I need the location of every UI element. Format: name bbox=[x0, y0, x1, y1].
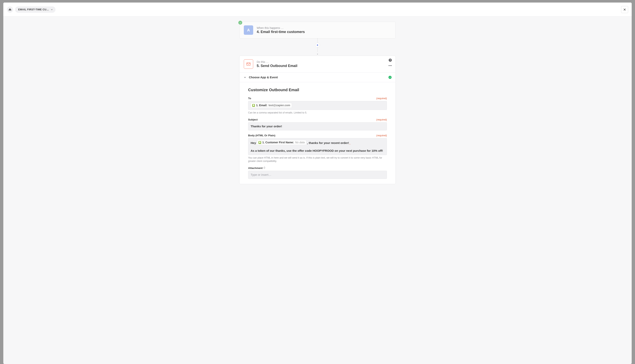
paperclip-icon bbox=[263, 166, 266, 170]
step-connector: + bbox=[315, 38, 320, 56]
field-subject-label: Subject bbox=[248, 118, 258, 121]
trigger-hint: When this happens … bbox=[257, 26, 305, 30]
field-subject-required: (required) bbox=[376, 118, 387, 121]
body-line1-pre: Hey bbox=[251, 141, 256, 144]
status-check-icon bbox=[238, 21, 242, 24]
body-line2: As a token of our thanks, use the offer … bbox=[251, 148, 384, 153]
field-body-label: Body (HTML Or Plain) bbox=[248, 134, 275, 137]
text-cursor: _ bbox=[349, 141, 351, 144]
field-to-label: To bbox=[248, 97, 251, 100]
body-help: You can place HTML in here and we will s… bbox=[248, 156, 387, 163]
to-token-pill[interactable]: 1. Email: test@zapier.com bbox=[251, 103, 292, 108]
field-body: Body (HTML Or Plain) (required) Hey 1. C… bbox=[248, 134, 387, 163]
chevron-down-icon bbox=[51, 8, 53, 11]
section-label: Choose App & Event bbox=[249, 76, 278, 79]
field-attachment: Attachment Type or insert… bbox=[248, 166, 387, 179]
trigger-app-icon: A bbox=[244, 26, 253, 35]
home-button[interactable] bbox=[7, 6, 13, 13]
body-pill-label: 1. Customer First Name: bbox=[262, 140, 294, 144]
to-pill-value: test@zapier.com bbox=[269, 103, 290, 108]
breadcrumb-pill[interactable]: EMAIL FIRST-TIME CU… bbox=[15, 6, 56, 13]
field-to: To (required) 1. Email: test@zapier.com … bbox=[248, 97, 387, 115]
editor-modal: EMAIL FIRST-TIME CU… A When this bbox=[3, 2, 632, 364]
body-input[interactable]: Hey 1. Customer First Name: No data , th… bbox=[248, 138, 387, 155]
trigger-badge-letter: A bbox=[247, 28, 250, 32]
add-step-button[interactable]: + bbox=[315, 43, 320, 48]
arrow-down-icon bbox=[317, 52, 318, 56]
action-step: Do this … 5. Send Outbound Email ? ••• C… bbox=[239, 56, 396, 184]
attachment-placeholder: Type or insert… bbox=[251, 173, 271, 176]
more-menu-button[interactable]: ••• bbox=[388, 64, 392, 67]
field-subject: Subject (required) Thanks for your order… bbox=[248, 118, 387, 131]
body-pill-value: No data bbox=[295, 140, 305, 144]
to-help: Can be a comma separated list of emails.… bbox=[248, 111, 387, 115]
form-title: Customize Outbound Email bbox=[248, 88, 387, 92]
breadcrumb-label: EMAIL FIRST-TIME CU… bbox=[18, 8, 49, 11]
customize-form: Customize Outbound Email To (required) 1… bbox=[240, 82, 395, 184]
trigger-title: 4. Email first-time customers bbox=[257, 30, 305, 34]
close-button[interactable] bbox=[621, 6, 628, 13]
subject-input[interactable]: Thanks for your order! bbox=[248, 122, 387, 131]
mail-icon bbox=[246, 62, 251, 66]
field-body-required: (required) bbox=[376, 134, 387, 137]
close-icon bbox=[623, 8, 626, 11]
help-icon[interactable]: ? bbox=[389, 58, 392, 62]
shopify-icon bbox=[259, 141, 261, 144]
body-line1-post: , thanks for your recent order! bbox=[307, 141, 349, 144]
section-complete-icon bbox=[388, 76, 392, 79]
action-title: 5. Send Outbound Email bbox=[257, 64, 297, 68]
chevron-down-icon bbox=[243, 76, 247, 79]
topbar: EMAIL FIRST-TIME CU… bbox=[3, 2, 632, 16]
home-icon bbox=[9, 8, 12, 11]
subject-value: Thanks for your order! bbox=[251, 124, 282, 128]
field-attachment-label: Attachment bbox=[248, 166, 266, 170]
to-pill-label: 1. Email: bbox=[256, 103, 268, 108]
canvas: A When this happens … 4. Email first-tim… bbox=[3, 16, 632, 364]
body-token-pill[interactable]: 1. Customer First Name: No data bbox=[257, 140, 306, 145]
to-input[interactable]: 1. Email: test@zapier.com bbox=[248, 101, 387, 110]
action-app-icon bbox=[244, 59, 253, 69]
shopify-icon bbox=[252, 104, 255, 107]
trigger-step[interactable]: A When this happens … 4. Email first-tim… bbox=[239, 22, 396, 38]
choose-app-event-section[interactable]: Choose App & Event bbox=[240, 72, 395, 82]
action-step-header[interactable]: Do this … 5. Send Outbound Email ? ••• bbox=[240, 56, 395, 72]
attachment-input[interactable]: Type or insert… bbox=[248, 171, 387, 179]
field-to-required: (required) bbox=[376, 97, 387, 100]
svg-rect-2 bbox=[247, 63, 250, 66]
action-hint: Do this … bbox=[257, 60, 297, 64]
